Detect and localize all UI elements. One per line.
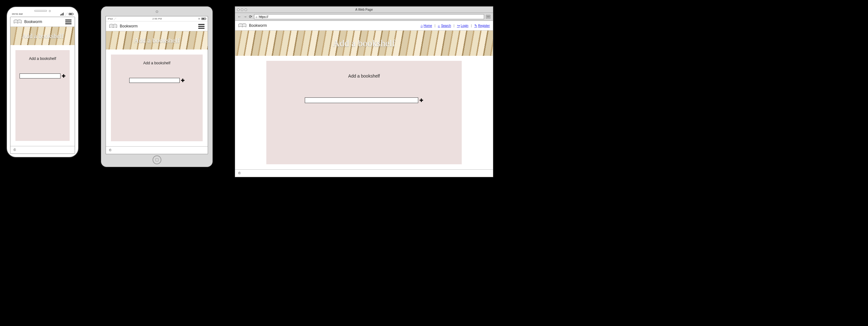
brand-name: Bookworm <box>249 23 267 28</box>
brand[interactable]: Bookworm <box>13 19 42 25</box>
nav-separator: | <box>435 24 436 27</box>
bluetooth-icon: ⚹ <box>198 17 200 21</box>
login-icon: ↪ <box>457 24 460 28</box>
battery-icon <box>69 13 73 15</box>
search-icon: ⌕ <box>256 15 257 19</box>
hero-banner: Add a bookshelf <box>10 27 75 45</box>
wifi-icon: ⋰ <box>114 17 116 20</box>
add-bookshelf-card: Add a bookshelf ✚ <box>266 61 462 164</box>
content-area: Add a bookshelf ✚ <box>106 50 208 146</box>
page-title: Add a bookshelf <box>333 38 395 49</box>
book-icon <box>13 19 22 25</box>
address-bar[interactable]: ⌕ https:// <box>254 14 484 19</box>
tablet-screen: iPad ⋰ 2:56 PM ⚹ Bookworm <box>105 16 208 154</box>
browser-window: A Web Page ← → ⟳ ⌕ https:// Bookworm ⌂Ho… <box>235 6 493 177</box>
forward-button[interactable]: → <box>243 14 247 19</box>
nav-register-label: Register <box>478 24 490 27</box>
copyright: © <box>238 172 241 175</box>
window-dot[interactable] <box>245 8 247 11</box>
app-header: Bookworm <box>10 17 75 27</box>
brand[interactable]: Bookworm <box>238 23 267 28</box>
url-text: https:// <box>259 15 268 19</box>
page-title: Add a bookshelf <box>22 32 63 40</box>
app-header: Bookworm ⌂Home | ⌕Search | ↪Login | ✎Reg… <box>235 21 493 31</box>
bookshelf-name-input[interactable] <box>20 73 61 79</box>
browser-menu-button[interactable] <box>486 15 490 19</box>
bookshelf-name-input[interactable] <box>129 78 180 83</box>
search-icon: ⌕ <box>438 24 440 27</box>
nav-search-label: Search <box>441 24 451 27</box>
phone-speaker <box>34 10 47 12</box>
window-dot[interactable] <box>241 8 243 11</box>
nav-home[interactable]: ⌂Home <box>421 24 432 27</box>
home-icon: ⌂ <box>421 24 423 27</box>
nav-links: ⌂Home | ⌕Search | ↪Login | ✎Register <box>421 24 490 28</box>
nav-login[interactable]: ↪Login <box>457 24 468 28</box>
signal-icon <box>60 12 64 16</box>
footer: © <box>235 169 493 177</box>
nav-separator: | <box>454 24 455 27</box>
add-button[interactable]: ✚ <box>62 73 66 79</box>
bookshelf-name-input[interactable] <box>305 97 418 103</box>
brand[interactable]: Bookworm <box>109 23 138 29</box>
wifi-icon: ⋰ <box>65 13 68 16</box>
nav-register[interactable]: ✎Register <box>474 24 490 28</box>
tablet-status-bar: iPad ⋰ 2:56 PM ⚹ <box>106 17 208 22</box>
back-button[interactable]: ← <box>238 14 241 19</box>
card-title: Add a bookshelf <box>143 61 170 65</box>
phone-time: 09:52 AM <box>12 12 23 16</box>
app-header: Bookworm <box>106 22 208 31</box>
card-title: Add a bookshelf <box>29 56 56 61</box>
add-button[interactable]: ✚ <box>181 78 185 83</box>
menu-button[interactable] <box>65 20 71 24</box>
window-title: A Web Page <box>355 8 373 11</box>
book-icon <box>109 23 117 29</box>
tablet-camera <box>156 10 158 13</box>
browser-titlebar: A Web Page <box>235 7 493 13</box>
nav-search[interactable]: ⌕Search <box>438 24 451 27</box>
window-dot[interactable] <box>237 8 240 11</box>
reload-button[interactable]: ⟳ <box>249 14 252 19</box>
tablet-device-frame: iPad ⋰ 2:56 PM ⚹ Bookworm <box>101 6 213 167</box>
content-area: Add a bookshelf ✚ <box>235 56 493 169</box>
register-icon: ✎ <box>474 24 477 28</box>
phone-screen: Bookworm Add a bookshelf Add a bookshelf… <box>10 17 75 154</box>
input-row: ✚ <box>20 73 65 79</box>
tablet-home-button[interactable] <box>153 155 161 164</box>
phone-status-bar: 09:52 AM ⋰ <box>9 12 76 16</box>
book-icon <box>238 23 246 28</box>
brand-name: Bookworm <box>24 20 42 24</box>
copyright: © <box>13 148 16 152</box>
window-controls[interactable] <box>237 8 247 11</box>
tablet-time: 2:56 PM <box>153 17 162 20</box>
phone-device-frame: 09:52 AM ⋰ Bookworm Add a bookshelf <box>6 6 79 158</box>
footer: © <box>10 146 75 153</box>
menu-button[interactable] <box>198 24 205 29</box>
add-bookshelf-card: Add a bookshelf ✚ <box>16 50 70 141</box>
hero-banner: Add a bookshelf <box>106 31 208 50</box>
footer: © <box>106 146 208 154</box>
nav-home-label: Home <box>424 24 432 27</box>
brand-name: Bookworm <box>120 24 138 28</box>
card-title: Add a bookshelf <box>348 73 380 79</box>
battery-icon <box>202 18 206 20</box>
nav-separator: | <box>471 24 472 27</box>
page-title: Add a bookshelf <box>134 36 180 45</box>
add-bookshelf-card: Add a bookshelf ✚ <box>111 55 203 141</box>
carrier-label: iPad <box>108 17 113 20</box>
input-row: ✚ <box>276 97 452 103</box>
hero-banner: Add a bookshelf <box>235 31 493 56</box>
browser-toolbar: ← → ⟳ ⌕ https:// <box>235 13 493 21</box>
copyright: © <box>109 148 111 152</box>
add-button[interactable]: ✚ <box>420 98 423 103</box>
input-row: ✚ <box>115 78 198 83</box>
nav-login-label: Login <box>461 24 468 27</box>
content-area: Add a bookshelf ✚ <box>10 45 75 146</box>
